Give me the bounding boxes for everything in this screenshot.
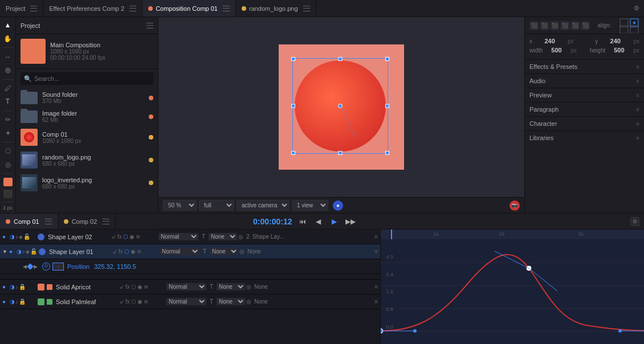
layer-vis-icon[interactable]: ◑ [10, 234, 15, 240]
layer-row[interactable]: ● ◑ ♪ 🔒 Solid Apricot ↙ fx ⬡ ◉ ≋ Normal [0, 280, 380, 294]
list-item[interactable]: Image folder 62 Mb [16, 107, 158, 126]
layer-motion-btn[interactable]: ≋ [137, 248, 141, 255]
handle-tr[interactable] [385, 57, 389, 61]
timeline-tab-comp1[interactable]: Comp 01 [0, 214, 58, 229]
align-left-btn[interactable]: ⬛ [529, 21, 539, 30]
next-keyframe-btn[interactable]: ▶ [34, 264, 38, 269]
tool-brush[interactable]: ✏ [2, 114, 14, 126]
comp1-menu[interactable] [45, 219, 52, 224]
tangent-handle[interactable] [618, 329, 622, 333]
layer-lock-toggle[interactable]: 🔓 [23, 234, 30, 240]
record-button[interactable]: 📷 [510, 200, 520, 211]
handle-bl[interactable] [291, 151, 295, 155]
layer-link-btn[interactable]: ⬡ [123, 234, 128, 240]
main-comp-item[interactable]: Main Composition 1080 x 1080 px 00:00:10… [16, 34, 158, 69]
align-middle-btn[interactable]: ⬛ [570, 21, 580, 30]
character-section[interactable]: Character ≡ [525, 116, 644, 130]
tab-logo-menu[interactable] [303, 6, 310, 11]
height-value[interactable]: 500 [614, 47, 624, 54]
tab-effect-menu[interactable] [129, 6, 136, 11]
section-menu-icon[interactable]: ≡ [636, 121, 639, 127]
quality-select[interactable]: fullhalfquarter [199, 200, 234, 211]
position-value[interactable]: 325.32, 1150.5 [94, 263, 136, 270]
playhead[interactable] [391, 230, 392, 239]
blend-mode-select[interactable]: Normal [166, 283, 206, 290]
tool-pan[interactable]: ✋ [2, 33, 14, 45]
x-value[interactable]: 240 [544, 38, 555, 44]
layer-row[interactable]: ● ◑ ♪ ◈ 🔓 Shape Layer 02 ↙ fx ⬡ ◉ ≋ Norm… [0, 230, 380, 244]
graph-editor-btn[interactable]: ⬦ [52, 263, 64, 271]
layer-3d-btn[interactable]: ◉ [137, 298, 142, 305]
blend-mode-select[interactable]: Normal [166, 298, 206, 305]
tab-project-menu[interactable] [30, 6, 37, 11]
tab-random-logo[interactable]: random_logo.png [236, 0, 316, 17]
handle-bm[interactable] [339, 151, 343, 155]
view-select-views[interactable]: 1 view2 views4 views [292, 200, 328, 211]
layer-solo-toggle[interactable]: ◈ [26, 249, 30, 255]
layer-track-icon[interactable]: ◎ [239, 248, 246, 255]
layer-eye-toggle[interactable]: ● [2, 234, 9, 240]
layer-effects-btn[interactable]: fx [119, 248, 123, 255]
layer-effects-btn[interactable]: fx [125, 284, 130, 290]
tangent-handle[interactable] [413, 329, 417, 333]
layer-blend-mode[interactable]: Normal [166, 298, 206, 305]
project-menu[interactable] [146, 23, 153, 28]
composition-view[interactable] [158, 17, 524, 197]
section-menu-icon[interactable]: ≡ [636, 78, 639, 84]
layer-motion-btn[interactable]: ≋ [144, 284, 148, 290]
y-value[interactable]: 240 [610, 38, 621, 44]
layer-audio-toggle[interactable]: ♪ [22, 249, 25, 255]
keyframe-diamond[interactable] [27, 263, 33, 269]
layer-eye-toggle[interactable]: ● [2, 298, 9, 305]
tool-clone[interactable]: ✦ [2, 127, 14, 139]
time-display[interactable]: 0:00:00:12 [253, 217, 292, 226]
section-menu-icon[interactable]: ≡ [636, 64, 639, 70]
layer-3d-btn[interactable]: ◉ [137, 284, 142, 290]
foreground-color[interactable] [3, 178, 13, 186]
tab-effect-prefs[interactable]: Effect Preferences Comp 2 [43, 0, 142, 17]
tool-pen[interactable]: 🖊 [2, 82, 14, 94]
back-to-start-btn[interactable]: ⏮ [297, 216, 308, 227]
section-menu-icon[interactable]: ≡ [636, 92, 639, 99]
zoom-select[interactable]: 50 %100 %200 % [163, 200, 197, 211]
layer-3d-btn[interactable]: ◉ [131, 248, 136, 255]
layer-3d-btn[interactable]: ◉ [129, 234, 134, 240]
layer-tool-btn[interactable]: ↙ [112, 234, 116, 240]
list-item[interactable]: Sound folder 370 Mb [16, 88, 158, 107]
audio-section[interactable]: Audio ≡ [525, 73, 644, 88]
next-frame-btn[interactable]: ▶▶ [345, 216, 356, 227]
layer-more-btn[interactable]: ≡ [374, 234, 378, 240]
layer-link-btn[interactable]: ⬡ [131, 298, 136, 305]
tab-comp-menu[interactable] [223, 6, 230, 11]
tool-anchor[interactable]: ⊕ [2, 64, 14, 76]
align-top-btn[interactable]: ⬛ [560, 21, 569, 30]
align-bottom-btn[interactable]: ⬛ [581, 21, 590, 30]
layer-eye-toggle[interactable]: ● [2, 284, 9, 290]
layer-audio-toggle[interactable]: ♪ [15, 234, 18, 240]
layer-motion-btn[interactable]: ≋ [136, 234, 140, 240]
layer-row[interactable]: ▼ ● ◑ ♪ ◈ 🔓 Shape Layer 01 ↙ fx ⬡ ◉ ≋ [0, 244, 380, 259]
align-center-btn[interactable]: ⬛ [540, 21, 549, 30]
layer-effects-btn[interactable]: fx [117, 234, 122, 240]
layer-eye-toggle[interactable]: ● [9, 248, 16, 255]
background-color[interactable] [3, 190, 13, 198]
comp2-menu[interactable] [103, 219, 109, 224]
layer-audio-toggle[interactable]: ♪ [15, 284, 18, 290]
settings-icon[interactable]: ⚙ [634, 5, 639, 12]
layer-row[interactable]: ● ◑ ♪ 🔒 Solid Palmleaf ↙ fx ⬡ ◉ ≋ Normal [0, 294, 380, 309]
handle-mr[interactable] [385, 104, 389, 108]
preview-section[interactable]: Preview ≡ [525, 88, 644, 102]
layer-more-btn[interactable]: ≡ [374, 298, 378, 305]
layer-vis-icon[interactable]: ◑ [10, 298, 15, 305]
list-item[interactable]: random_logo.png 680 x 680 px [16, 149, 158, 171]
prev-frame-btn[interactable]: ◀ [313, 216, 324, 227]
layer-motion-btn[interactable]: ≋ [144, 298, 148, 305]
tab-composition[interactable]: Composition Comp 01 [142, 0, 236, 17]
view-globe[interactable]: ● [333, 200, 343, 211]
layer-more-btn[interactable]: ≡ [374, 284, 378, 290]
tab-project[interactable]: Project [0, 0, 43, 17]
tool-move[interactable]: ↔ [2, 51, 14, 63]
layer-lock-toggle[interactable]: 🔒 [19, 298, 26, 305]
align-right-btn[interactable]: ⬛ [550, 21, 559, 30]
play-btn[interactable]: ▶ [329, 216, 340, 227]
